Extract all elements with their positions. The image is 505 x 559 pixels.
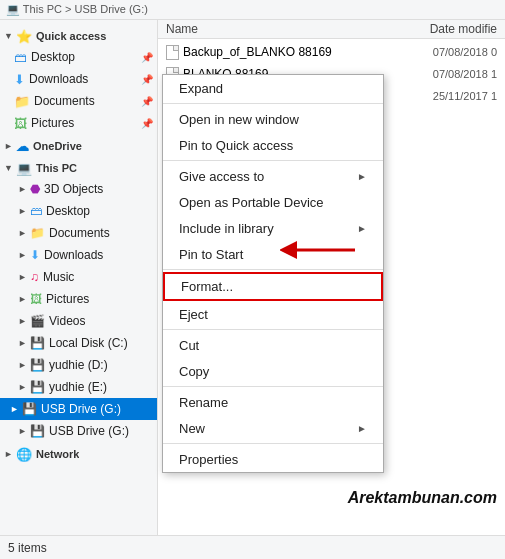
pictures-icon: 🖼 <box>14 116 27 131</box>
ctx-give-access[interactable]: Give access to ► <box>163 163 383 189</box>
sidebar-item-downloads[interactable]: ⬇ Downloads 📌 <box>0 68 157 90</box>
column-name-header[interactable]: Name <box>166 22 407 36</box>
ctx-separator2 <box>163 160 383 161</box>
usb-drive-icon: 💾 <box>22 402 37 416</box>
downloads2-icon: ⬇ <box>30 248 40 262</box>
ctx-new-arrow: ► <box>357 423 367 434</box>
sidebar-item-downloads2[interactable]: ► ⬇ Downloads <box>0 244 157 266</box>
file-name: Backup_of_BLANKO 88169 <box>183 45 407 59</box>
sidebar-item-local-disk[interactable]: ► 💾 Local Disk (C:) <box>0 332 157 354</box>
sidebar-pictures-label: Pictures <box>31 116 74 130</box>
file-date: 07/08/2018 0 <box>407 46 497 58</box>
sidebar-yudhie-e-label: yudhie (E:) <box>49 380 107 394</box>
ctx-include-library-arrow: ► <box>357 223 367 234</box>
ctx-cut[interactable]: Cut <box>163 332 383 358</box>
column-date-header[interactable]: Date modifie <box>407 22 497 36</box>
yudhie-d-chevron: ► <box>18 360 30 370</box>
3dobjects-icon: ⬣ <box>30 182 40 196</box>
documents-icon: 📁 <box>14 94 30 109</box>
column-headers: Name Date modifie <box>158 20 505 39</box>
ctx-properties-label: Properties <box>179 452 238 467</box>
sidebar-item-3dobjects[interactable]: ► ⬣ 3D Objects <box>0 178 157 200</box>
ctx-open-portable[interactable]: Open as Portable Device <box>163 189 383 215</box>
documents2-icon: 📁 <box>30 226 45 240</box>
sidebar-desktop-label: Desktop <box>31 50 75 64</box>
onedrive-chevron: ► <box>4 141 16 151</box>
watermark-colored: Arektambunan <box>348 489 460 506</box>
ctx-new[interactable]: New ► <box>163 415 383 441</box>
watermark-suffix: .com <box>460 489 497 506</box>
ctx-pin-start[interactable]: Pin to Start <box>163 241 383 267</box>
sidebar-section-thispc[interactable]: ▼ 💻 This PC <box>0 156 157 178</box>
ctx-expand[interactable]: Expand <box>163 75 383 101</box>
yudhie-e-chevron: ► <box>18 382 30 392</box>
ctx-copy[interactable]: Copy <box>163 358 383 384</box>
3dobjects-chevron: ► <box>18 184 30 194</box>
ctx-separator4 <box>163 329 383 330</box>
sidebar-quick-access-label: Quick access <box>36 30 106 42</box>
quick-access-chevron: ▼ <box>4 31 16 41</box>
sidebar-onedrive-label: OneDrive <box>33 140 82 152</box>
ctx-new-label: New <box>179 421 205 436</box>
pictures2-chevron: ► <box>18 294 30 304</box>
ctx-include-library[interactable]: Include in library ► <box>163 215 383 241</box>
local-disk-chevron: ► <box>18 338 30 348</box>
ctx-pin-quick-access[interactable]: Pin to Quick access <box>163 132 383 158</box>
pin-icon: 📌 <box>141 52 153 63</box>
ctx-eject[interactable]: Eject <box>163 301 383 327</box>
sidebar-item-pictures2[interactable]: ► 🖼 Pictures <box>0 288 157 310</box>
desktop2-icon: 🗃 <box>30 204 42 218</box>
ctx-rename[interactable]: Rename <box>163 389 383 415</box>
onedrive-icon: ☁ <box>16 139 29 154</box>
sidebar-item-usb-drive-g2[interactable]: ► 💾 USB Drive (G:) <box>0 420 157 442</box>
music-chevron: ► <box>18 272 30 282</box>
yudhie-d-icon: 💾 <box>30 358 45 372</box>
pin-icon4: 📌 <box>141 118 153 129</box>
watermark-text: Arektambunan.com <box>348 489 497 506</box>
ctx-format[interactable]: Format... <box>163 272 383 301</box>
file-date: 07/08/2018 1 <box>407 68 497 80</box>
sidebar-item-pictures[interactable]: 🖼 Pictures 📌 <box>0 112 157 134</box>
sidebar-item-usb-drive-g[interactable]: ► 💾 USB Drive (G:) <box>0 398 157 420</box>
ctx-open-new-window-label: Open in new window <box>179 112 299 127</box>
sidebar-item-videos[interactable]: ► 🎬 Videos <box>0 310 157 332</box>
sidebar-documents2-label: Documents <box>49 226 110 240</box>
ctx-separator6 <box>163 443 383 444</box>
sidebar-pictures2-label: Pictures <box>46 292 89 306</box>
ctx-properties[interactable]: Properties <box>163 446 383 472</box>
sidebar-usb-drive2-label: USB Drive (G:) <box>49 424 129 438</box>
pictures2-icon: 🖼 <box>30 292 42 306</box>
network-chevron: ► <box>4 449 16 459</box>
ctx-include-library-label: Include in library <box>179 221 274 236</box>
sidebar-section-network[interactable]: ► 🌐 Network <box>0 442 157 464</box>
sidebar-item-documents2[interactable]: ► 📁 Documents <box>0 222 157 244</box>
sidebar-item-yudhie-e[interactable]: ► 💾 yudhie (E:) <box>0 376 157 398</box>
sidebar-item-documents[interactable]: 📁 Documents 📌 <box>0 90 157 112</box>
ctx-separator <box>163 103 383 104</box>
sidebar-item-desktop[interactable]: 🗃 Desktop 📌 <box>0 46 157 68</box>
file-doc-icon <box>166 45 179 60</box>
sidebar-thispc-label: This PC <box>36 162 77 174</box>
sidebar-yudhie-d-label: yudhie (D:) <box>49 358 108 372</box>
sidebar-section-onedrive[interactable]: ► ☁ OneDrive <box>0 134 157 156</box>
sidebar-downloads2-label: Downloads <box>44 248 103 262</box>
ctx-copy-label: Copy <box>179 364 209 379</box>
sidebar-section-quick-access[interactable]: ▼ ⭐ Quick access <box>0 24 157 46</box>
sidebar-item-yudhie-d[interactable]: ► 💾 yudhie (D:) <box>0 354 157 376</box>
watermark: Arektambunan.com <box>348 489 497 507</box>
pin-icon2: 📌 <box>141 74 153 85</box>
sidebar-desktop2-label: Desktop <box>46 204 90 218</box>
thispc-icon: 💻 <box>16 161 32 176</box>
ctx-open-new-window[interactable]: Open in new window <box>163 106 383 132</box>
sidebar-music-label: Music <box>43 270 74 284</box>
documents2-chevron: ► <box>18 228 30 238</box>
sidebar-item-desktop2[interactable]: ► 🗃 Desktop <box>0 200 157 222</box>
desktop2-chevron: ► <box>18 206 30 216</box>
sidebar-usb-drive-label: USB Drive (G:) <box>41 402 121 416</box>
sidebar-item-music[interactable]: ► ♫ Music <box>0 266 157 288</box>
ctx-separator5 <box>163 386 383 387</box>
file-item[interactable]: Backup_of_BLANKO 88169 07/08/2018 0 <box>158 41 505 63</box>
explorer-header: 💻 This PC > USB Drive (G:) <box>0 0 505 20</box>
sidebar-local-disk-label: Local Disk (C:) <box>49 336 128 350</box>
ctx-cut-label: Cut <box>179 338 199 353</box>
